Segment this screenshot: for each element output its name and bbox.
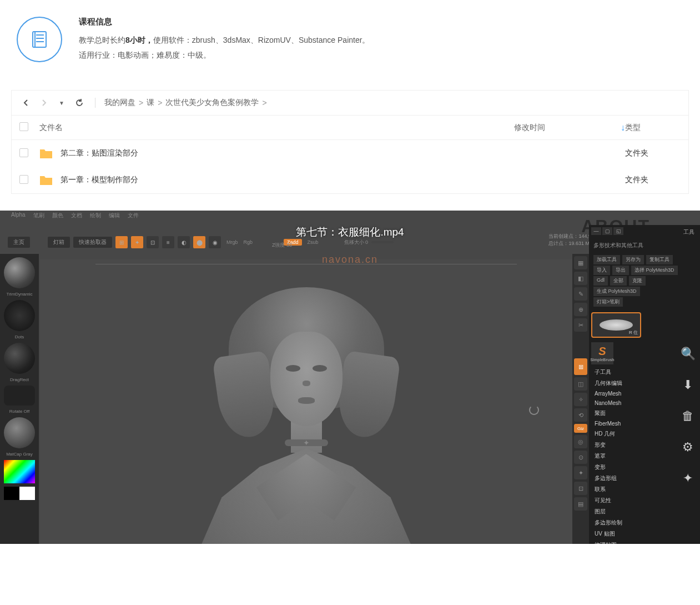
crumb-root[interactable]: 我的网盘 [104, 98, 135, 108]
makepm-btn[interactable]: 生成 PolyMesh3D [593, 287, 640, 296]
menu-item[interactable]: 颜色 [52, 212, 63, 219]
crumb-sep: > [139, 98, 143, 107]
alpha-preview[interactable] [4, 343, 35, 374]
rt-btn[interactable]: ⊡ [574, 482, 587, 495]
rt-btn[interactable]: ⊙ [574, 451, 587, 464]
rt-btn[interactable]: ⟲ [574, 408, 587, 422]
stroke-preview[interactable] [4, 300, 35, 331]
maximize-icon[interactable]: ▢ [602, 227, 612, 235]
folder-icon [39, 148, 53, 159]
restore-icon[interactable]: ◱ [613, 227, 623, 235]
rt-btn[interactable]: ✦ [574, 466, 587, 479]
color-picker[interactable] [4, 460, 35, 483]
rgb-label[interactable]: Rgb [244, 239, 253, 245]
rt-btn[interactable]: ✂ [574, 318, 587, 332]
select-all-column [19, 122, 39, 133]
dropdown-button[interactable]: ▼ [55, 96, 68, 109]
import-btn[interactable]: 导入 [593, 266, 610, 275]
rt-btn[interactable]: ◧ [574, 272, 587, 285]
column-type[interactable]: 类型 [625, 123, 681, 133]
tool-btn-3[interactable]: ⊡ [147, 236, 159, 248]
rt-btn[interactable]: ✧ [574, 393, 587, 406]
course-title: 课程信息 [79, 17, 370, 27]
all-btn[interactable]: 全部 [610, 276, 627, 286]
rt-btn-active[interactable]: ⊞ [574, 358, 587, 375]
back-button[interactable] [19, 96, 33, 109]
rt-btn[interactable]: ▤ [574, 497, 587, 511]
course-line-2: 适用行业：电影动画；难易度：中级。 [79, 48, 370, 63]
tab-home[interactable]: 主页 [8, 237, 30, 248]
menu-item[interactable]: 文件 [128, 212, 139, 219]
menu-item[interactable]: 编辑 [109, 212, 120, 219]
column-name[interactable]: 文件名 [39, 123, 514, 133]
tool-btn-4[interactable]: ≡ [162, 236, 174, 248]
rt-btn[interactable]: ⊕ [574, 303, 587, 316]
load-tool-btn[interactable]: 加载工具 [593, 255, 620, 264]
zbrush-viewport[interactable] [40, 259, 572, 544]
menu-item[interactable]: 绘制 [90, 212, 101, 219]
zsub-label[interactable]: Zsub [308, 239, 319, 245]
software-list: 使用软件：zbrush、3dsMax、RizomUV、Substance Pai… [153, 36, 370, 44]
mrgb-label[interactable]: Mrgb [226, 239, 238, 245]
rt-giz-button[interactable]: Giz [574, 424, 587, 433]
saveas-btn[interactable]: 另存为 [622, 255, 644, 264]
color-swatches[interactable] [4, 487, 35, 500]
tool-btn-2[interactable]: ✦ [131, 236, 143, 248]
material-name: MatCap Gray [0, 452, 39, 457]
search-icon[interactable]: 🔍 [678, 344, 698, 364]
menu-item[interactable]: 笔刷 [33, 212, 44, 219]
tab-lightbox[interactable]: 灯箱 [48, 237, 70, 248]
brush-name: TrimDynamic [0, 292, 39, 297]
lightbox-brush-btn[interactable]: 灯箱>笔刷 [593, 297, 623, 307]
star-icon[interactable]: ✦ [678, 468, 698, 488]
submenu-item[interactable]: 纹理贴图 [589, 539, 700, 544]
duration-value: 8小时， [125, 36, 153, 44]
export-btn[interactable]: 导出 [612, 266, 629, 275]
file-browser: ▼ 我的网盘 > 课 > 次世代美少女角色案例教学 > 文件名 修改时间 ↓ 类… [11, 90, 689, 194]
delete-icon[interactable]: 🗑 [678, 406, 698, 426]
tool-btn-5[interactable]: ◐ [178, 236, 190, 248]
select-all-checkbox[interactable] [19, 122, 28, 131]
rt-btn[interactable]: ▦ [574, 256, 587, 269]
focal-label[interactable]: 焦移大小 0 [344, 239, 369, 246]
material-preview[interactable] [4, 417, 35, 448]
course-info-section: 课程信息 教学总时长约8小时，使用软件：zbrush、3dsMax、RizomU… [0, 0, 700, 73]
table-row[interactable]: 第一章：模型制作部分 文件夹 [12, 167, 688, 193]
rt-btn[interactable]: ◎ [574, 435, 587, 448]
gdl-btn[interactable]: Gdl [593, 276, 608, 286]
clone-btn[interactable]: 克隆 [629, 276, 646, 286]
tab-quickpick[interactable]: 快速拾取器 [73, 237, 112, 248]
crumb-1[interactable]: 课 [147, 98, 154, 108]
submenu-item[interactable]: UV 贴图 [589, 528, 700, 539]
submenu-item[interactable]: 可见性 [589, 495, 700, 506]
active-tool-thumb[interactable]: R 住 [591, 312, 641, 338]
download-icon[interactable]: ⬇ [678, 375, 698, 395]
menu-item[interactable]: Alpha [11, 212, 26, 219]
crumb-2[interactable]: 次世代美少女角色案例教学 [165, 98, 259, 108]
column-time[interactable]: 修改时间 ↓ [514, 123, 625, 133]
refresh-button[interactable] [73, 96, 86, 109]
tool-btn-6[interactable]: ⬤ [193, 236, 205, 248]
simplebrush-icon[interactable]: S SimpleBrush [591, 342, 613, 364]
zintensity-label[interactable]: Z强度 33 [272, 242, 292, 249]
row-checkbox[interactable] [19, 148, 28, 157]
tool-btn-1[interactable]: ⊞ [115, 236, 128, 248]
rt-btn[interactable]: ◫ [574, 377, 587, 391]
settings-icon[interactable]: ⚙ [678, 437, 698, 457]
submenu-item[interactable]: 多边形绘制 [589, 517, 700, 528]
sort-arrow-icon: ↓ [621, 123, 625, 133]
rt-btn[interactable]: ✎ [574, 287, 587, 301]
menu-item[interactable]: 文档 [71, 212, 82, 219]
browser-toolbar: ▼ 我的网盘 > 课 > 次世代美少女角色案例教学 > [12, 91, 688, 116]
row-checkbox[interactable] [19, 175, 28, 184]
pm3d-btn[interactable]: 选择 PolyMesh3D [631, 266, 678, 275]
brush-preview[interactable] [4, 257, 35, 288]
copy-btn[interactable]: 复制工具 [646, 255, 673, 264]
focal-slider[interactable] [371, 241, 394, 243]
texture-preview[interactable] [4, 386, 35, 406]
forward-button[interactable] [37, 96, 51, 109]
table-row[interactable]: 第二章：贴图渲染部分 文件夹 [12, 140, 688, 167]
minimize-icon[interactable]: — [591, 227, 601, 235]
submenu-item[interactable]: 图层 [589, 506, 700, 517]
tool-btn-7[interactable]: ◉ [209, 236, 221, 248]
